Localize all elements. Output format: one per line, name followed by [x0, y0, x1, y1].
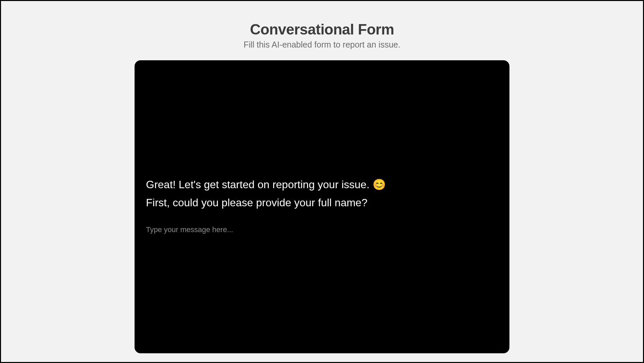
message-input[interactable]: [146, 225, 498, 234]
message-input-wrap: [146, 225, 498, 234]
page-title: Conversational Form: [244, 21, 400, 38]
page-root: Conversational Form Fill this AI-enabled…: [1, 1, 643, 362]
page-subtitle: Fill this AI-enabled form to report an i…: [244, 40, 400, 50]
chat-top-spacer: [146, 72, 498, 175]
page-header: Conversational Form Fill this AI-enabled…: [244, 21, 400, 50]
chat-card: Great! Let's get started on reporting yo…: [135, 60, 509, 353]
assistant-message: Great! Let's get started on reporting yo…: [146, 175, 498, 212]
